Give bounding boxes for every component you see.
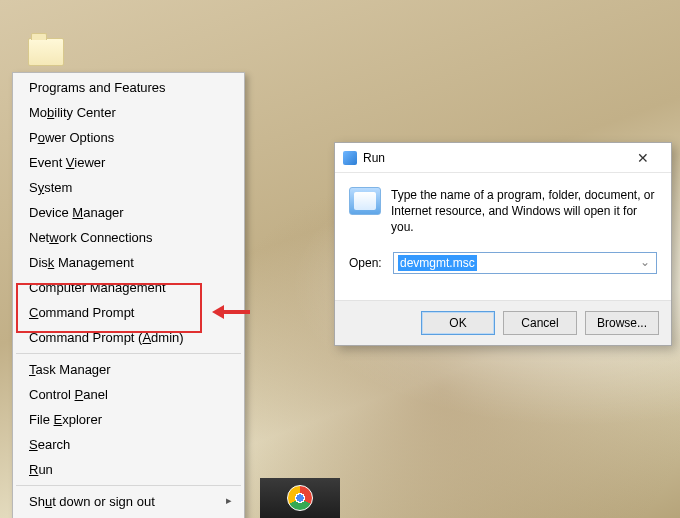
menu-computer-management[interactable]: Computer Management bbox=[15, 275, 242, 300]
open-label: Open: bbox=[349, 256, 385, 270]
menu-task-manager[interactable]: Task Manager bbox=[15, 357, 242, 382]
menu-command-prompt-admin[interactable]: Command Prompt (Admin) bbox=[15, 325, 242, 350]
open-input-value: devmgmt.msc bbox=[398, 255, 477, 271]
cancel-button[interactable]: Cancel bbox=[503, 311, 577, 335]
menu-event-viewer[interactable]: Event Viewer bbox=[15, 150, 242, 175]
menu-desktop[interactable]: Desktop bbox=[15, 514, 242, 518]
run-titlebar: Run ✕ bbox=[335, 143, 671, 173]
menu-control-panel[interactable]: Control Panel bbox=[15, 382, 242, 407]
menu-device-manager[interactable]: Device Manager bbox=[15, 200, 242, 225]
menu-shutdown-signout[interactable]: Shut down or sign out bbox=[15, 489, 242, 514]
menu-command-prompt[interactable]: Command Prompt bbox=[15, 300, 242, 325]
taskbar-fragment bbox=[260, 478, 340, 518]
run-description: Type the name of a program, folder, docu… bbox=[391, 187, 657, 236]
menu-power-options[interactable]: Power Options bbox=[15, 125, 242, 150]
menu-disk-management[interactable]: Disk Management bbox=[15, 250, 242, 275]
menu-mobility-center[interactable]: Mobility Center bbox=[15, 100, 242, 125]
close-icon: ✕ bbox=[637, 150, 649, 166]
close-button[interactable]: ✕ bbox=[623, 147, 663, 169]
ok-button[interactable]: OK bbox=[421, 311, 495, 335]
menu-network-connections[interactable]: Network Connections bbox=[15, 225, 242, 250]
menu-separator bbox=[16, 353, 241, 354]
run-title-icon bbox=[343, 151, 357, 165]
run-title: Run bbox=[363, 151, 623, 165]
run-dialog: Run ✕ Type the name of a program, folder… bbox=[334, 142, 672, 346]
desktop-folder-icon[interactable] bbox=[28, 38, 64, 66]
winx-context-menu: Programs and Features Mobility Center Po… bbox=[12, 72, 245, 518]
open-input[interactable]: devmgmt.msc bbox=[393, 252, 657, 274]
menu-run[interactable]: Run bbox=[15, 457, 242, 482]
run-body: Type the name of a program, folder, docu… bbox=[335, 173, 671, 300]
menu-system[interactable]: System bbox=[15, 175, 242, 200]
menu-separator bbox=[16, 485, 241, 486]
menu-programs-features[interactable]: Programs and Features bbox=[15, 75, 242, 100]
chrome-icon[interactable] bbox=[287, 485, 313, 511]
browse-button[interactable]: Browse... bbox=[585, 311, 659, 335]
menu-search[interactable]: Search bbox=[15, 432, 242, 457]
run-button-row: OK Cancel Browse... bbox=[335, 300, 671, 345]
menu-file-explorer[interactable]: File Explorer bbox=[15, 407, 242, 432]
run-program-icon bbox=[349, 187, 381, 215]
